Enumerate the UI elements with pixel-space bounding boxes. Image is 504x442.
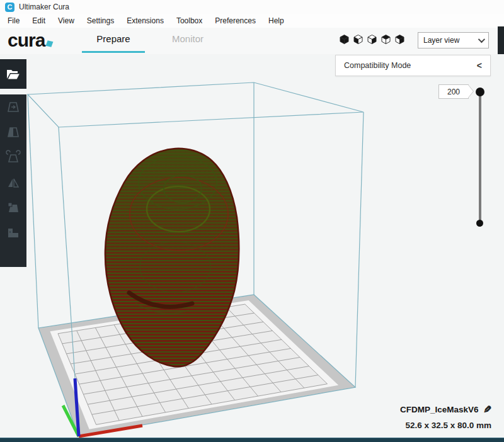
tool-rotate-icon xyxy=(6,150,21,165)
menu-bar: File Edit View Settings Extensions Toolb… xyxy=(0,14,504,28)
tool-per-model-settings-icon xyxy=(6,200,21,215)
edit-name-pencil-icon[interactable]: ✎ xyxy=(483,404,491,416)
layer-slider-bottom-stop[interactable] xyxy=(476,220,483,227)
tool-mesh-type-icon: x xyxy=(6,225,21,241)
chevron-left-icon: < xyxy=(477,60,482,71)
model-name-label: CFDMP_IceMaskV6 xyxy=(400,405,479,414)
open-file-button[interactable] xyxy=(0,59,26,89)
app-icon: C xyxy=(5,3,14,12)
tool-mirror-button[interactable] xyxy=(5,175,21,190)
tool-mirror-icon xyxy=(6,175,21,190)
tab-prepare[interactable]: Prepare xyxy=(82,33,145,44)
front-view-icon[interactable] xyxy=(353,34,364,45)
left-view-icon[interactable] xyxy=(381,34,391,45)
compatibility-mode-panel[interactable]: Compatibility Mode < xyxy=(335,55,491,76)
menu-item-extensions[interactable]: Extensions xyxy=(120,14,170,27)
title-bar: C Ultimaker Cura xyxy=(0,0,504,14)
tool-mesh-type-button[interactable]: x xyxy=(5,225,21,241)
menu-item-help[interactable]: Help xyxy=(262,14,290,27)
tool-move-button[interactable] xyxy=(5,99,21,115)
model-info: CFDMP_IceMaskV6 ✎ 52.6 x 32.5 x 80.0 mm xyxy=(400,404,491,430)
menu-item-edit[interactable]: Edit xyxy=(26,14,52,27)
tool-scale-icon xyxy=(6,125,21,140)
active-tab-underline xyxy=(82,51,145,53)
svg-text:x: x xyxy=(9,230,11,234)
layer-slider-value[interactable]: 200 xyxy=(438,84,469,99)
window-bottom-edge xyxy=(0,438,504,442)
chevron-down-icon xyxy=(478,36,485,43)
tool-rotate-button[interactable] xyxy=(5,150,21,165)
tool-panel: x xyxy=(0,94,26,267)
logo-dot-icon xyxy=(46,40,54,47)
view-mode-dropdown[interactable]: Layer view xyxy=(418,32,489,48)
3d-view-icon[interactable] xyxy=(339,34,350,45)
window-title: Ultimaker Cura xyxy=(19,3,69,11)
menu-item-file[interactable]: File xyxy=(1,14,26,27)
tool-per-model-settings-button[interactable] xyxy=(5,200,21,215)
menu-item-preferences[interactable]: Preferences xyxy=(209,14,262,27)
tool-move-icon xyxy=(6,99,21,115)
layer-slider-track[interactable] xyxy=(479,92,481,224)
view-mode-dropdown-value: Layer view xyxy=(423,36,478,45)
menu-item-toolbox[interactable]: Toolbox xyxy=(170,14,209,27)
open-folder-icon xyxy=(6,67,21,82)
menu-item-view[interactable]: View xyxy=(52,14,81,27)
cura-logo: cura xyxy=(8,30,52,51)
top-view-icon[interactable] xyxy=(367,34,377,45)
view-mode-toolbar xyxy=(339,34,405,45)
tab-monitor[interactable]: Monitor xyxy=(156,33,219,44)
layer-slider-handle[interactable] xyxy=(476,88,484,96)
model-dimensions-label: 52.6 x 32.5 x 80.0 mm xyxy=(400,421,491,430)
compatibility-mode-label: Compatibility Mode xyxy=(344,61,477,70)
tool-scale-button[interactable] xyxy=(5,125,21,140)
collapsed-settings-strip xyxy=(498,26,504,54)
right-view-icon[interactable] xyxy=(394,34,405,45)
menu-item-settings[interactable]: Settings xyxy=(81,14,120,27)
